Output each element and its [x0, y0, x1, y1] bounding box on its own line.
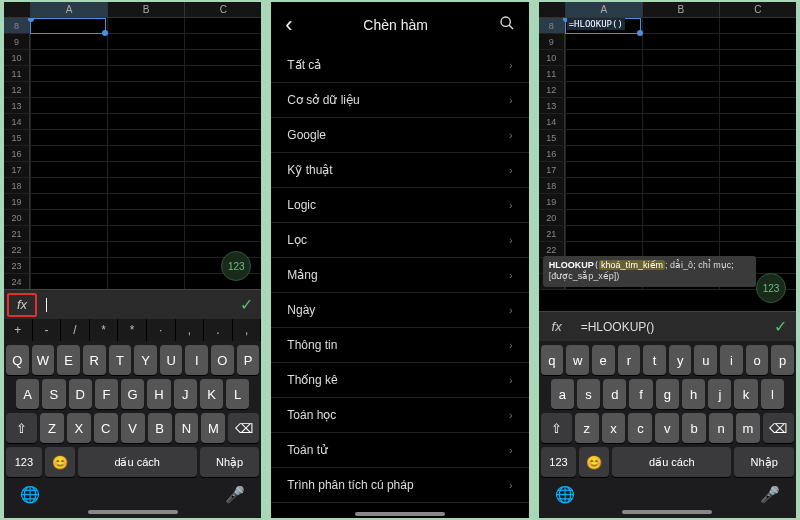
letter-key[interactable]: U: [160, 345, 183, 375]
row-label[interactable]: 16: [4, 146, 30, 161]
emoji-key[interactable]: 😊: [45, 447, 75, 477]
shift-key[interactable]: ⇧: [541, 413, 572, 443]
row-label[interactable]: 21: [539, 226, 565, 241]
category-item[interactable]: Mảng›: [271, 258, 528, 293]
letter-key[interactable]: P: [237, 345, 260, 375]
letter-key[interactable]: f: [629, 379, 652, 409]
mic-icon[interactable]: 🎤: [760, 485, 780, 504]
mic-icon[interactable]: 🎤: [225, 485, 245, 504]
row-label[interactable]: 15: [4, 130, 30, 145]
letter-key[interactable]: h: [682, 379, 705, 409]
row-label[interactable]: 18: [539, 178, 565, 193]
letter-key[interactable]: S: [42, 379, 65, 409]
letter-key[interactable]: I: [185, 345, 208, 375]
row-label[interactable]: 13: [4, 98, 30, 113]
operator-key[interactable]: .: [204, 319, 233, 341]
operator-key[interactable]: -: [33, 319, 62, 341]
row-label[interactable]: 19: [539, 194, 565, 209]
letter-key[interactable]: c: [628, 413, 652, 443]
backspace-key[interactable]: ⌫: [763, 413, 794, 443]
row-label[interactable]: 24: [4, 274, 30, 289]
letter-key[interactable]: w: [566, 345, 589, 375]
letter-key[interactable]: J: [174, 379, 197, 409]
confirm-icon[interactable]: ✓: [766, 317, 796, 336]
letter-key[interactable]: M: [201, 413, 225, 443]
letter-key[interactable]: Q: [6, 345, 29, 375]
category-item[interactable]: Thông tin›: [271, 328, 528, 363]
letter-key[interactable]: N: [175, 413, 199, 443]
row-label[interactable]: 13: [539, 98, 565, 113]
letter-key[interactable]: x: [602, 413, 626, 443]
category-item[interactable]: Google›: [271, 118, 528, 153]
category-item[interactable]: Kỹ thuật›: [271, 153, 528, 188]
letter-key[interactable]: u: [694, 345, 717, 375]
letter-key[interactable]: m: [736, 413, 760, 443]
letter-key[interactable]: g: [656, 379, 679, 409]
spreadsheet-grid[interactable]: 89101112131415161718192021222324 123: [4, 18, 261, 289]
row-label[interactable]: 9: [4, 34, 30, 49]
letter-key[interactable]: v: [655, 413, 679, 443]
letter-key[interactable]: y: [669, 345, 692, 375]
letter-key[interactable]: r: [618, 345, 641, 375]
letter-key[interactable]: d: [603, 379, 626, 409]
back-icon[interactable]: ‹: [285, 12, 292, 38]
category-item[interactable]: Logic›: [271, 188, 528, 223]
row-label[interactable]: 19: [4, 194, 30, 209]
backspace-key[interactable]: ⌫: [228, 413, 259, 443]
operator-key[interactable]: *: [90, 319, 119, 341]
letter-key[interactable]: V: [121, 413, 145, 443]
letter-key[interactable]: E: [57, 345, 80, 375]
category-item[interactable]: Toán tử›: [271, 433, 528, 468]
col-B[interactable]: B: [642, 2, 719, 17]
letter-key[interactable]: L: [226, 379, 249, 409]
globe-icon[interactable]: 🌐: [20, 485, 40, 504]
row-label[interactable]: 8: [539, 18, 565, 33]
numbers-key[interactable]: 123: [541, 447, 577, 477]
shift-key[interactable]: ⇧: [6, 413, 37, 443]
col-C[interactable]: C: [719, 2, 796, 17]
col-B[interactable]: B: [107, 2, 184, 17]
search-icon[interactable]: [499, 15, 515, 35]
letter-key[interactable]: q: [541, 345, 564, 375]
letter-key[interactable]: F: [95, 379, 118, 409]
formula-input[interactable]: =HLOOKUP(): [575, 320, 766, 334]
col-C[interactable]: C: [184, 2, 261, 17]
row-label[interactable]: 15: [539, 130, 565, 145]
row-label[interactable]: 11: [539, 66, 565, 81]
spreadsheet-grid[interactable]: 89101112131415161718192021222324 =HLOOKU…: [539, 18, 796, 311]
globe-icon[interactable]: 🌐: [555, 485, 575, 504]
operator-key[interactable]: ,: [176, 319, 205, 341]
row-label[interactable]: 16: [539, 146, 565, 161]
category-item[interactable]: Ngày›: [271, 293, 528, 328]
confirm-icon[interactable]: ✓: [231, 295, 261, 314]
fx-button[interactable]: fx: [542, 315, 572, 339]
return-key[interactable]: Nhập: [734, 447, 794, 477]
letter-key[interactable]: K: [200, 379, 223, 409]
row-label[interactable]: 10: [539, 50, 565, 65]
category-item[interactable]: Cơ sở dữ liệu›: [271, 83, 528, 118]
letter-key[interactable]: l: [761, 379, 784, 409]
numbers-key[interactable]: 123: [6, 447, 42, 477]
row-label[interactable]: 22: [4, 242, 30, 257]
letter-key[interactable]: C: [94, 413, 118, 443]
space-key[interactable]: dấu cách: [78, 447, 197, 477]
col-A[interactable]: A: [565, 2, 642, 17]
category-item[interactable]: Tài chính›: [271, 503, 528, 508]
letter-key[interactable]: o: [746, 345, 769, 375]
letter-key[interactable]: z: [575, 413, 599, 443]
letter-key[interactable]: O: [211, 345, 234, 375]
letter-key[interactable]: s: [577, 379, 600, 409]
return-key[interactable]: Nhập: [200, 447, 260, 477]
row-label[interactable]: 14: [4, 114, 30, 129]
category-item[interactable]: Trình phân tích cú pháp›: [271, 468, 528, 503]
letter-key[interactable]: n: [709, 413, 733, 443]
row-label[interactable]: 11: [4, 66, 30, 81]
operator-key[interactable]: ·: [147, 319, 176, 341]
letter-key[interactable]: p: [771, 345, 794, 375]
numpad-toggle[interactable]: 123: [756, 273, 786, 303]
row-label[interactable]: 21: [4, 226, 30, 241]
row-label[interactable]: 18: [4, 178, 30, 193]
letter-key[interactable]: a: [551, 379, 574, 409]
row-label[interactable]: 9: [539, 34, 565, 49]
category-item[interactable]: Lọc›: [271, 223, 528, 258]
